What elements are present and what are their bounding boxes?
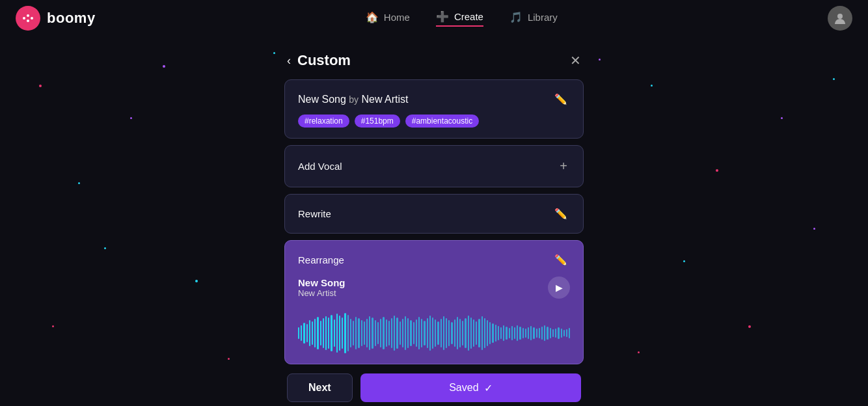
play-button[interactable]: ▶ — [548, 277, 570, 299]
waveform-bar — [400, 321, 401, 345]
svg-point-4 — [837, 14, 843, 19]
waveform-bar — [441, 319, 442, 347]
logo-icon — [16, 6, 40, 31]
add-vocal-row: Add Vocal + — [298, 156, 570, 176]
waveform-bar — [314, 319, 316, 347]
waveform-bar — [511, 326, 513, 340]
waveform-bar — [320, 321, 321, 345]
waveform-bar — [558, 327, 559, 339]
waveform-bar — [495, 325, 496, 342]
waveform-bar — [303, 323, 305, 344]
waveform-bar — [457, 317, 458, 349]
rearrange-label: Rearrange — [298, 254, 344, 265]
waveform-bar — [459, 319, 461, 347]
waveform-bar — [429, 316, 431, 351]
navbar: boomy 🏠 Home ➕ Create 🎵 Library — [0, 0, 868, 36]
song-info-text: New Song by New Artist — [298, 94, 409, 105]
waveform-bar — [344, 313, 346, 353]
song-tags: #relaxation#151bpm#ambientacoustic — [298, 115, 570, 128]
waveform-bar — [309, 320, 310, 346]
add-vocal-card[interactable]: Add Vocal + — [284, 145, 584, 187]
close-button[interactable]: ✕ — [570, 53, 581, 68]
song-edit-button[interactable]: ✏️ — [552, 90, 570, 108]
waveform-bar — [416, 319, 417, 347]
waveform-bar — [358, 318, 359, 348]
waveform-bar — [503, 325, 504, 341]
rearrange-artist-name: New Artist — [298, 288, 346, 298]
next-button[interactable]: Next — [287, 373, 353, 402]
waveform-bar — [355, 317, 357, 349]
song-info-row: New Song by New Artist ✏️ — [298, 90, 570, 108]
modal: ‹ Custom ✕ New Song by New Artist ✏️ #re… — [284, 52, 584, 402]
rearrange-edit-button[interactable]: ✏️ — [552, 251, 570, 269]
song-tag: #ambientacoustic — [405, 115, 479, 128]
waveform-bar — [530, 326, 532, 340]
waveform-bar — [465, 318, 466, 348]
waveform-bar — [394, 316, 395, 351]
waveform-bar — [427, 318, 428, 348]
waveform-bar — [312, 321, 313, 345]
nav-home[interactable]: 🏠 Home — [366, 11, 410, 26]
add-vocal-button[interactable]: + — [557, 156, 570, 176]
waveform-bar — [317, 317, 318, 349]
waveform-bar — [528, 327, 529, 339]
saved-label: Saved — [449, 382, 478, 394]
rearrange-header: Rearrange ✏️ — [285, 241, 583, 277]
waveform-bar — [366, 319, 368, 347]
waveform-bar — [489, 322, 491, 344]
waveform-bar — [306, 324, 308, 342]
waveform-bar — [437, 321, 439, 345]
waveform-bar — [323, 318, 324, 348]
svg-point-2 — [31, 17, 33, 20]
waveform-bar — [380, 319, 381, 347]
waveform-bar — [506, 327, 507, 340]
create-icon: ➕ — [436, 10, 449, 23]
waveform-bar — [334, 319, 335, 347]
waveform-bar — [561, 329, 562, 338]
waveform-bar — [481, 316, 483, 350]
nav-links: 🏠 Home ➕ Create 🎵 Library — [366, 10, 558, 27]
song-tag: #relaxation — [298, 115, 349, 128]
waveform-bar — [410, 320, 411, 346]
rearrange-card: Rearrange ✏️ New Song New Artist ▶ — [284, 240, 584, 364]
waveform-bar — [386, 319, 387, 347]
waveform-bar — [388, 321, 390, 345]
rewrite-card[interactable]: Rewrite ✏️ — [284, 194, 584, 234]
waveform-bar — [443, 316, 444, 350]
modal-header: ‹ Custom ✕ — [284, 52, 584, 69]
rewrite-edit-button[interactable]: ✏️ — [552, 205, 570, 223]
song-name: New Song — [298, 94, 346, 105]
waveform-bar — [413, 322, 414, 344]
nav-create[interactable]: ➕ Create — [436, 10, 483, 27]
waveform-bar — [328, 318, 329, 349]
waveform-bar — [391, 318, 392, 348]
waveform-bar — [336, 314, 338, 353]
saved-button[interactable]: Saved ✓ — [360, 373, 581, 402]
nav-library[interactable]: 🎵 Library — [509, 11, 558, 26]
waveform-bar — [325, 316, 327, 350]
user-avatar[interactable] — [828, 6, 852, 31]
waveform-bar — [350, 319, 351, 347]
waveform — [285, 306, 583, 364]
waveform-bar — [446, 318, 447, 348]
add-vocal-label: Add Vocal — [298, 161, 342, 172]
logo-text: boomy — [47, 10, 96, 27]
back-button[interactable]: ‹ — [287, 54, 291, 68]
waveform-bar — [448, 320, 450, 346]
bottom-buttons: Next Saved ✓ — [284, 373, 584, 402]
waveform-bar — [298, 327, 299, 339]
waveform-bar — [353, 321, 354, 345]
waveform-bar — [396, 318, 398, 349]
home-label: Home — [384, 12, 410, 23]
waveform-bar — [435, 319, 436, 347]
waveform-bar — [492, 323, 493, 343]
waveform-bar — [361, 320, 362, 346]
waveform-bar — [525, 329, 526, 338]
waveform-bar — [473, 319, 474, 347]
main-content: ‹ Custom ✕ New Song by New Artist ✏️ #re… — [0, 36, 868, 402]
waveform-bar — [369, 316, 370, 350]
waveform-bar — [498, 326, 499, 340]
library-icon: 🎵 — [509, 11, 522, 23]
waveform-bar — [418, 317, 420, 349]
waveform-bar — [339, 316, 340, 351]
